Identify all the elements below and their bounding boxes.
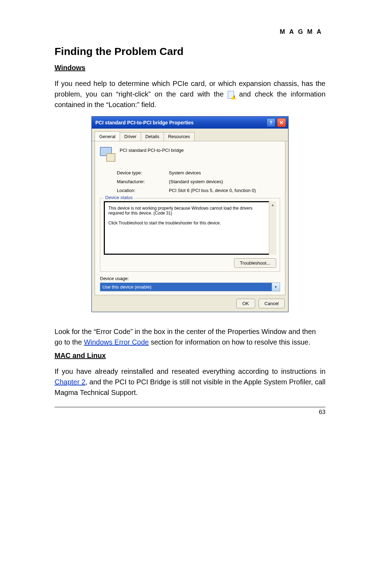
text: If you have already reinstalled and rese… xyxy=(55,367,325,375)
paragraph: If you need help to determine which PCIe… xyxy=(55,78,325,110)
ok-button[interactable]: OK xyxy=(236,299,255,308)
link-chapter-2[interactable]: Chapter 2 xyxy=(55,378,86,386)
dialog-footer: OK Cancel xyxy=(92,295,288,312)
device-usage-value: Use this device (enable) xyxy=(100,283,272,291)
cancel-button[interactable]: Cancel xyxy=(259,299,285,308)
chevron-down-icon[interactable]: ▾ xyxy=(272,283,280,291)
device-status-textbox: This device is not working properly beca… xyxy=(104,201,276,255)
close-button[interactable]: ✕ xyxy=(277,118,286,127)
tabs: General Driver Details Resources xyxy=(92,129,288,141)
page-number: 63 xyxy=(55,407,325,416)
device-status-legend: Device status xyxy=(104,195,134,200)
text: , and the PCI to PCI Bridge is still not… xyxy=(55,378,325,396)
device-usage-label: Device usage: xyxy=(100,276,280,281)
brand-header: MAGMA xyxy=(55,28,325,36)
value-device-type: System devices xyxy=(169,170,280,175)
dialog-window: PCI standard PCI-to-PCI bridge Propertie… xyxy=(91,116,289,312)
paragraph: If you have already reinstalled and rese… xyxy=(55,366,325,398)
warning-device-icon: ! xyxy=(228,91,235,99)
manual-page: MAGMA Finding the Problem Card Windows I… xyxy=(0,0,380,588)
status-line: Click Troubleshoot to start the troubles… xyxy=(108,221,272,225)
section-heading-mac-linux: MAC and Linux xyxy=(55,352,325,360)
scrollbar[interactable]: ▲ xyxy=(269,201,276,255)
window-title: PCI standard PCI-to-PCI bridge Propertie… xyxy=(95,120,194,125)
tab-driver[interactable]: Driver xyxy=(120,132,141,141)
properties-dialog-screenshot: PCI standard PCI-to-PCI bridge Propertie… xyxy=(91,116,289,312)
value-manufacturer: (Standard system devices) xyxy=(169,179,280,184)
value-location: PCI Slot 6 (PCI bus 5, device 0, functio… xyxy=(169,188,280,193)
help-button[interactable]: ? xyxy=(266,118,276,127)
label-manufacturer: Manufacturer: xyxy=(117,179,166,184)
tab-panel-general: PCI standard PCI-to-PCI bridge Device ty… xyxy=(95,141,285,295)
link-windows-error-code[interactable]: Windows Error Code xyxy=(84,338,149,346)
troubleshoot-button[interactable]: Troubleshoot... xyxy=(234,258,276,268)
paragraph: Look for the “Error Code” in the box in … xyxy=(55,326,325,347)
device-usage-select[interactable]: Use this device (enable) ▾ xyxy=(100,283,280,291)
tab-general[interactable]: General xyxy=(95,131,120,141)
page-title: Finding the Problem Card xyxy=(55,45,325,57)
device-name: PCI standard PCI-to-PCI bridge xyxy=(120,146,184,153)
scroll-up-icon[interactable]: ▲ xyxy=(269,201,276,208)
section-heading-windows: Windows xyxy=(55,64,325,72)
status-line: This device is not working properly beca… xyxy=(108,206,272,216)
text: section for information on how to resolv… xyxy=(149,338,310,346)
titlebar[interactable]: PCI standard PCI-to-PCI bridge Propertie… xyxy=(92,117,288,129)
tab-resources[interactable]: Resources xyxy=(164,132,195,141)
tab-details[interactable]: Details xyxy=(141,132,164,141)
label-location: Location: xyxy=(117,188,166,193)
device-icon xyxy=(100,146,115,162)
device-status-group: Device status This device is not working… xyxy=(100,198,280,272)
label-device-type: Device type: xyxy=(117,170,166,175)
